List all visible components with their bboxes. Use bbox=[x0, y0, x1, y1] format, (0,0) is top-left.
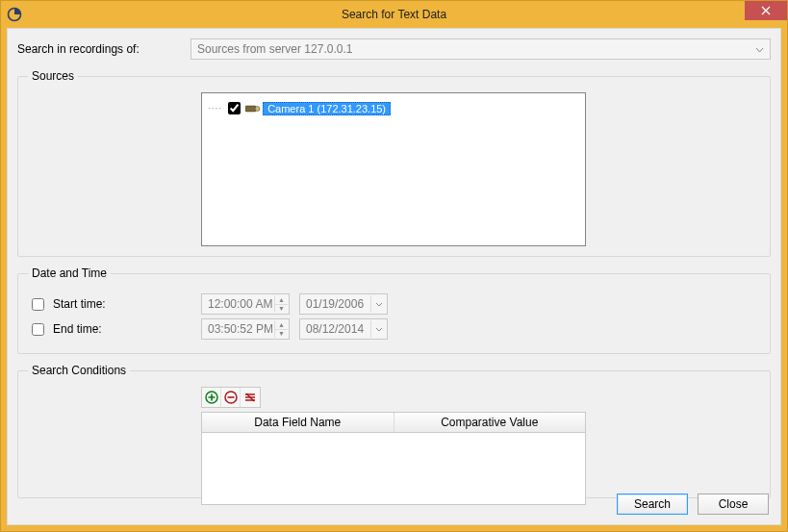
grid-body bbox=[202, 433, 585, 504]
search-button[interactable]: Search bbox=[617, 494, 688, 515]
tree-item-label: Camera 1 (172.31.23.15) bbox=[263, 102, 391, 115]
chevron-down-icon[interactable] bbox=[370, 295, 386, 313]
start-time-checkbox[interactable] bbox=[32, 298, 44, 311]
svg-point-2 bbox=[255, 106, 260, 111]
end-time-input[interactable]: 03:50:52 PM ▲ ▼ bbox=[201, 318, 290, 340]
conditions-fieldset: Search Conditions Data Field Name bbox=[17, 364, 771, 498]
dialog-footer: Search Close bbox=[617, 494, 769, 515]
end-time-checkbox[interactable] bbox=[32, 323, 44, 336]
search-in-selected: Sources from server 127.0.0.1 bbox=[197, 42, 352, 56]
grid-header: Data Field Name Comparative Value bbox=[202, 413, 585, 433]
chevron-down-icon bbox=[755, 42, 764, 56]
tree-item[interactable]: ···· Camera 1 (172.31.23.15) bbox=[208, 99, 579, 117]
tree-connector: ···· bbox=[208, 103, 222, 114]
conditions-toolbar bbox=[201, 387, 261, 408]
end-date-value: 08/12/2014 bbox=[306, 322, 364, 336]
start-time-value: 12:00:00 AM bbox=[208, 297, 272, 311]
window-title: Search for Text Data bbox=[1, 8, 787, 21]
search-in-row: Search in recordings of: Sources from se… bbox=[17, 38, 771, 60]
start-date-value: 01/19/2006 bbox=[306, 297, 364, 311]
window-root: Search for Text Data Search in recording… bbox=[0, 0, 788, 532]
col-comparative-value[interactable]: Comparative Value bbox=[394, 413, 586, 432]
chevron-down-icon[interactable] bbox=[370, 320, 386, 338]
end-time-label: End time: bbox=[53, 322, 102, 336]
search-in-combo[interactable]: Sources from server 127.0.0.1 bbox=[191, 38, 771, 60]
remove-condition-button[interactable] bbox=[221, 388, 241, 407]
spinner-down-icon[interactable]: ▼ bbox=[274, 330, 288, 339]
conditions-legend: Search Conditions bbox=[28, 364, 130, 377]
start-time-spinner[interactable]: ▲ ▼ bbox=[274, 295, 288, 313]
conditions-grid[interactable]: Data Field Name Comparative Value bbox=[201, 412, 586, 505]
datetime-fieldset: Date and Time Start time: 12:00:00 AM ▲ … bbox=[17, 266, 771, 354]
sources-fieldset: Sources ···· Camera 1 (172.31.23.15) bbox=[17, 69, 771, 257]
spinner-up-icon[interactable]: ▲ bbox=[274, 320, 288, 330]
clear-icon bbox=[243, 391, 257, 404]
camera-icon bbox=[245, 104, 261, 114]
spinner-up-icon[interactable]: ▲ bbox=[274, 295, 288, 305]
end-time-row: End time: 03:50:52 PM ▲ ▼ 08/12/2014 bbox=[28, 318, 760, 340]
add-condition-button[interactable] bbox=[202, 388, 221, 407]
start-time-label: Start time: bbox=[53, 297, 106, 311]
start-time-input[interactable]: 12:00:00 AM ▲ ▼ bbox=[201, 293, 290, 315]
end-time-value: 03:50:52 PM bbox=[208, 322, 273, 336]
minus-icon bbox=[224, 391, 238, 404]
close-button[interactable] bbox=[745, 1, 787, 20]
app-icon bbox=[7, 7, 22, 22]
sources-legend: Sources bbox=[28, 69, 78, 83]
start-time-row: Start time: 12:00:00 AM ▲ ▼ 01/19/2006 bbox=[28, 293, 760, 315]
sources-tree[interactable]: ···· Camera 1 (172.31.23.15) bbox=[201, 92, 586, 246]
start-date-input[interactable]: 01/19/2006 bbox=[299, 293, 388, 315]
end-time-spinner[interactable]: ▲ ▼ bbox=[274, 320, 288, 338]
end-date-input[interactable]: 08/12/2014 bbox=[299, 318, 388, 340]
spinner-down-icon[interactable]: ▼ bbox=[274, 305, 288, 314]
tree-item-checkbox[interactable] bbox=[228, 102, 241, 114]
client-area: Search in recordings of: Sources from se… bbox=[7, 28, 781, 525]
titlebar: Search for Text Data bbox=[1, 1, 787, 28]
clear-conditions-button[interactable] bbox=[241, 388, 260, 407]
datetime-legend: Date and Time bbox=[28, 266, 111, 280]
col-data-field-name[interactable]: Data Field Name bbox=[202, 413, 394, 432]
close-icon bbox=[761, 6, 771, 15]
close-dialog-button[interactable]: Close bbox=[698, 494, 769, 515]
search-in-label: Search in recordings of: bbox=[17, 42, 191, 56]
plus-icon bbox=[205, 391, 218, 404]
svg-rect-1 bbox=[245, 106, 256, 112]
